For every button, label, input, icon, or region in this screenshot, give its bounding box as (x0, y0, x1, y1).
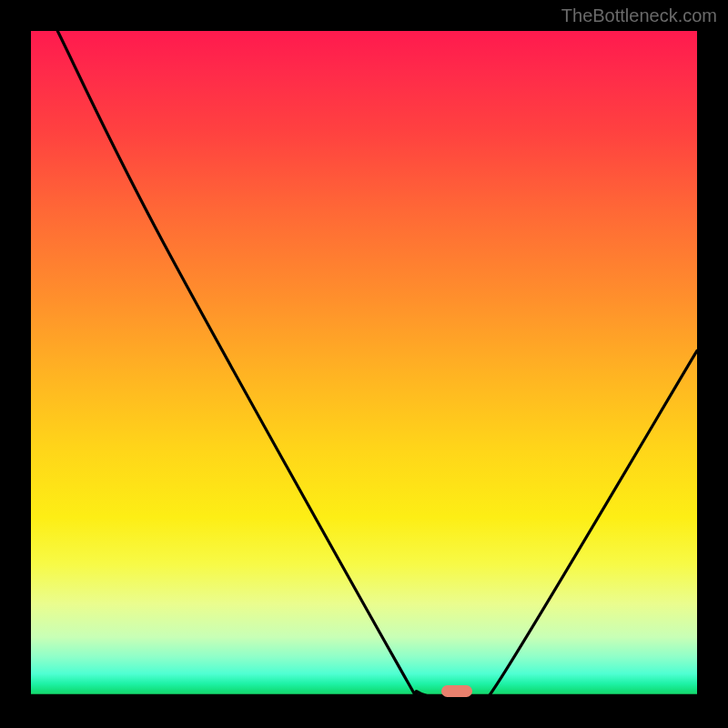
optimal-range-marker (441, 685, 472, 697)
watermark-text: TheBottleneck.com (561, 5, 717, 26)
bottleneck-curve (31, 31, 697, 697)
plot-area (31, 31, 697, 697)
